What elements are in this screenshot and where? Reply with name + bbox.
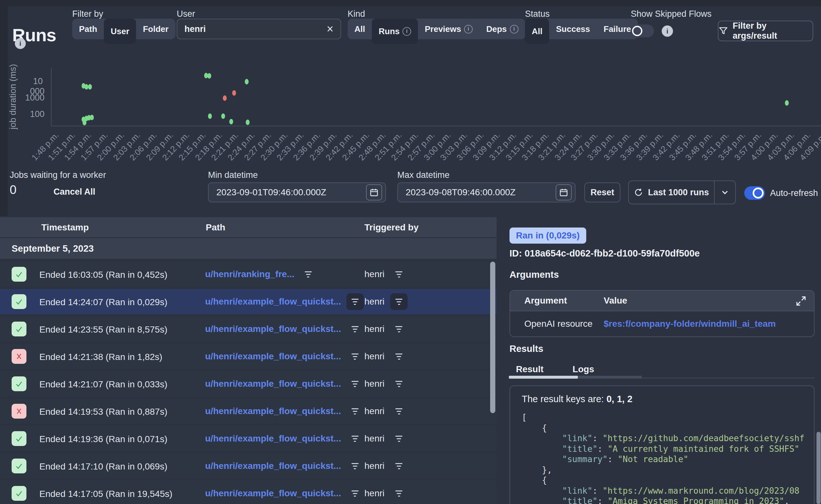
scatter-point-failure[interactable] bbox=[232, 90, 236, 96]
clear-user-icon[interactable]: × bbox=[327, 23, 333, 35]
kind-option-deps[interactable]: Depsi bbox=[480, 19, 525, 39]
run-row[interactable]: Ended 14:24:07 (Ran in 0,029s)u/henri/ex… bbox=[0, 289, 497, 314]
user-filter-input[interactable]: henri × bbox=[177, 19, 341, 39]
filter-by-user-button[interactable] bbox=[390, 375, 407, 392]
filter-by-segmented: PathUserFolder bbox=[72, 19, 175, 39]
column-path: Path bbox=[206, 222, 225, 233]
refresh-runs-button[interactable]: Last 1000 runs bbox=[629, 188, 714, 198]
calendar-button[interactable] bbox=[366, 184, 382, 200]
runs-info-icon[interactable]: i bbox=[15, 38, 26, 49]
details-scrollbar-thumb[interactable] bbox=[816, 432, 821, 504]
run-timestamp: Ended 14:19:53 (Ran in 0,887s) bbox=[39, 407, 167, 417]
scatter-point-success[interactable] bbox=[84, 84, 88, 90]
run-timestamp: Ended 14:21:07 (Ran in 0,033s) bbox=[39, 379, 167, 390]
filter-by-option-user[interactable]: User bbox=[104, 19, 136, 44]
arguments-title: Arguments bbox=[510, 269, 559, 280]
run-row[interactable]: Ended 14:19:53 (Ran in 0,887s)u/henri/ex… bbox=[0, 399, 497, 424]
show-skipped-info-icon[interactable]: i bbox=[662, 25, 673, 37]
x-axis-line bbox=[51, 126, 821, 126]
filter-lines-icon bbox=[395, 381, 402, 387]
filter-lines-icon bbox=[351, 326, 358, 332]
min-datetime-input[interactable]: 2023-09-01T09:46:00.000Z bbox=[208, 182, 386, 202]
scatter-point-success[interactable] bbox=[208, 113, 212, 119]
filter-by-option-folder[interactable]: Folder bbox=[136, 19, 175, 39]
show-skipped-toggle[interactable] bbox=[631, 24, 654, 37]
failure-x-icon bbox=[12, 404, 26, 419]
run-path-cell: u/henri/example_flow_quickst... bbox=[205, 481, 364, 504]
scatter-point-success[interactable] bbox=[207, 73, 211, 79]
filter-by-path-button[interactable] bbox=[346, 293, 364, 310]
kind-option-runs[interactable]: Runsi bbox=[372, 19, 418, 44]
filter-by-path-button[interactable] bbox=[346, 458, 364, 474]
auto-refresh-toggle[interactable] bbox=[744, 186, 765, 200]
run-row[interactable]: Ended 14:19:36 (Ran in 0,071s)u/henri/ex… bbox=[0, 426, 497, 451]
run-row[interactable]: Ended 16:03:05 (Ran in 0,452s)u/henri/ra… bbox=[0, 262, 497, 287]
user-input-value: henri bbox=[184, 24, 206, 34]
scatter-point-success[interactable] bbox=[245, 79, 249, 84]
filter-by-user-button[interactable] bbox=[390, 293, 407, 310]
filter-by-path-button[interactable] bbox=[346, 348, 364, 365]
kind-option-previews[interactable]: Previewsi bbox=[418, 19, 480, 39]
status-option-success[interactable]: Success bbox=[549, 19, 597, 39]
filter-by-path-button[interactable] bbox=[346, 375, 364, 392]
run-row[interactable]: Ended 14:23:55 (Ran in 8,575s)u/henri/ex… bbox=[0, 316, 497, 342]
y-tick-100: 100 bbox=[19, 109, 44, 119]
run-path-link[interactable]: u/henri/example_flow_quickst... bbox=[205, 433, 341, 444]
reset-button[interactable]: Reset bbox=[584, 182, 621, 202]
run-path-link[interactable]: u/henri/example_flow_quickst... bbox=[205, 351, 341, 362]
scatter-point-success[interactable] bbox=[83, 120, 86, 125]
filter-by-user-button[interactable] bbox=[390, 321, 407, 337]
info-icon[interactable]: i bbox=[402, 27, 411, 36]
last-1000-runs-button[interactable]: Last 1000 runs bbox=[628, 180, 736, 204]
filter-by-path-button[interactable] bbox=[346, 403, 364, 420]
window-left-edge bbox=[0, 6, 8, 216]
filter-by-user-button[interactable] bbox=[390, 403, 407, 420]
chevron-down-icon[interactable] bbox=[715, 188, 735, 197]
scatter-point-success[interactable] bbox=[90, 115, 94, 120]
run-row[interactable]: Ended 14:21:07 (Ran in 0,033s)u/henri/ex… bbox=[0, 371, 497, 396]
tab-logs[interactable]: Logs bbox=[573, 364, 594, 374]
table-scrollbar-thumb[interactable] bbox=[490, 262, 495, 413]
run-path-link[interactable]: u/henri/example_flow_quickst... bbox=[205, 461, 341, 471]
filter-by-path-button[interactable] bbox=[299, 266, 317, 283]
run-path-link[interactable]: u/henri/example_flow_quickst... bbox=[205, 488, 341, 499]
filter-by-user-button[interactable] bbox=[390, 266, 407, 283]
run-row[interactable]: Ended 14:17:10 (Ran in 0,069s)u/henri/ex… bbox=[0, 453, 497, 479]
expand-icon[interactable] bbox=[795, 295, 807, 307]
tab-logs-underline bbox=[578, 376, 642, 379]
filter-lines-icon bbox=[305, 271, 312, 277]
run-path-link[interactable]: u/henri/example_flow_quickst... bbox=[205, 406, 341, 416]
calendar-button[interactable] bbox=[556, 184, 572, 200]
max-datetime-input[interactable]: 2023-09-08T09:46:00.000Z bbox=[397, 182, 576, 202]
filter-by-user-button[interactable] bbox=[390, 458, 407, 474]
cancel-all-button[interactable]: Cancel All bbox=[54, 187, 95, 197]
info-icon[interactable]: i bbox=[510, 25, 519, 34]
status-option-all[interactable]: All bbox=[525, 19, 549, 44]
option-label: Previews bbox=[425, 19, 461, 39]
filter-by-path-button[interactable] bbox=[346, 485, 364, 502]
scatter-point-failure[interactable] bbox=[223, 95, 227, 101]
scatter-point-success[interactable] bbox=[246, 120, 249, 125]
tab-result[interactable]: Result bbox=[516, 364, 544, 374]
run-path-link[interactable]: u/henri/example_flow_quickst... bbox=[205, 379, 341, 389]
jobs-waiting-label: Jobs waiting for a worker bbox=[10, 170, 106, 180]
filter-by-path-button[interactable] bbox=[346, 321, 364, 337]
filter-by-user-button[interactable] bbox=[390, 348, 407, 365]
run-path-link[interactable]: u/henri/ranking_fre... bbox=[205, 269, 294, 279]
run-path-link[interactable]: u/henri/example_flow_quickst... bbox=[205, 324, 341, 334]
scatter-point-success[interactable] bbox=[785, 100, 789, 106]
info-icon[interactable]: i bbox=[464, 25, 473, 34]
scatter-point-success[interactable] bbox=[229, 119, 233, 124]
filter-by-option-path[interactable]: Path bbox=[72, 19, 104, 39]
run-row[interactable]: Ended 14:21:38 (Ran in 1,82s)u/henri/exa… bbox=[0, 344, 497, 369]
scatter-point-success[interactable] bbox=[88, 84, 92, 90]
run-path-link[interactable]: u/henri/example_flow_quickst... bbox=[205, 296, 341, 307]
argument-value-link[interactable]: $res:f/company-folder/windmill_ai_team bbox=[604, 319, 776, 329]
run-row[interactable]: Ended 14:17:05 (Ran in 19,545s)u/henri/e… bbox=[0, 481, 497, 504]
filter-by-user-button[interactable] bbox=[390, 485, 407, 502]
filter-by-args-result-button[interactable]: Filter by args/result bbox=[718, 21, 813, 41]
kind-option-all[interactable]: All bbox=[347, 19, 372, 39]
scatter-point-success[interactable] bbox=[221, 113, 225, 119]
filter-by-path-button[interactable] bbox=[346, 430, 364, 447]
filter-by-user-button[interactable] bbox=[390, 430, 407, 447]
